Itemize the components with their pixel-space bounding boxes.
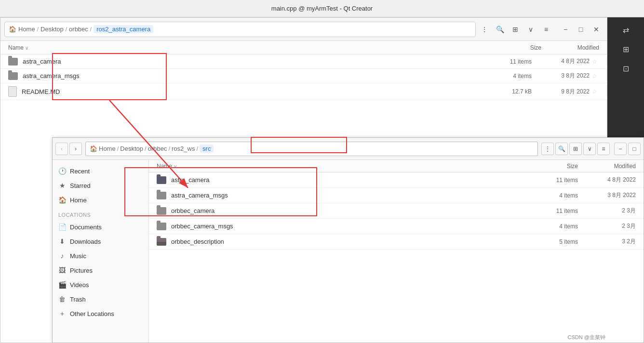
file-name: orbbec_camera xyxy=(171,207,530,214)
breadcrumb-desktop[interactable]: Desktop xyxy=(40,26,64,33)
breadcrumb-home[interactable]: Home xyxy=(18,26,35,33)
table-row[interactable]: orbbec_camera 11 items 2 3月 xyxy=(149,203,644,219)
right-panel-btn-1[interactable]: ⇄ xyxy=(617,21,634,39)
sidebar-item-videos[interactable]: 🎬 Videos xyxy=(53,277,148,292)
maximize-button-back[interactable]: □ xyxy=(574,23,588,36)
file-name: astra_camera_msgs xyxy=(23,72,483,79)
front-col-size-header[interactable]: Size xyxy=(530,163,578,170)
minimize-button-back[interactable]: − xyxy=(559,23,572,36)
breadcrumb-orbbec[interactable]: orbbec xyxy=(69,26,88,33)
recent-icon: 🕐 xyxy=(58,167,66,175)
front-body: 🕐 Recent ★ Starred 🏠 Home Locations 📄 Do… xyxy=(53,160,644,343)
videos-icon: 🎬 xyxy=(58,281,66,289)
sidebar-label-home: Home xyxy=(70,197,87,204)
front-columns-header: Name ∨ Size Modified xyxy=(149,160,644,172)
grid-view-button[interactable]: ⊞ xyxy=(509,23,522,36)
folder-icon xyxy=(8,58,18,66)
front-sep3: / xyxy=(168,145,170,152)
file-name: astra_camera xyxy=(171,176,530,184)
breadcrumb-home-icon: 🏠 xyxy=(9,26,16,33)
file-name: astra_camera xyxy=(23,58,483,65)
front-breadcrumb-desktop[interactable]: Desktop xyxy=(120,145,143,152)
table-row[interactable]: astra_camera_msgs 4 items 3 8月 2022 xyxy=(149,188,644,203)
file-size: 4 items xyxy=(530,192,578,199)
readme-icon xyxy=(8,86,17,97)
file-name: astra_camera_msgs xyxy=(171,192,530,199)
front-sep1: / xyxy=(117,145,119,152)
table-row[interactable]: README.MD 12.7 kB 9 8月 2022 ☆ xyxy=(0,83,607,100)
breadcrumb-active[interactable]: ros2_astra_camera xyxy=(94,25,153,33)
front-view-toggle[interactable]: ∨ xyxy=(583,143,596,155)
sidebar-item-downloads[interactable]: ⬇ Downloads xyxy=(53,234,148,249)
table-row[interactable]: orbbec_camera_msgs 4 items 2 3月 xyxy=(149,219,644,234)
breadcrumb-sep2: / xyxy=(66,26,67,33)
window-title: main.cpp @ myArmTest - Qt Creator xyxy=(271,5,373,12)
col-modified-header[interactable]: Modified xyxy=(541,44,599,51)
front-sep2: / xyxy=(145,145,147,152)
sidebar-item-documents[interactable]: 📄 Documents xyxy=(53,220,148,234)
sidebar-item-trash[interactable]: 🗑 Trash xyxy=(53,292,148,306)
table-row[interactable]: orbbec_description 5 items 3 2月 xyxy=(149,234,644,250)
front-main-content: Name ∨ Size Modified astra_camera 11 ite… xyxy=(149,160,644,343)
right-panel-btn-2[interactable]: ⊞ xyxy=(617,40,634,58)
star-icon[interactable]: ☆ xyxy=(590,88,599,95)
options-button[interactable]: ≡ xyxy=(539,23,553,36)
search-button-back[interactable]: 🔍 xyxy=(493,23,507,36)
front-sort-arrow-icon: ∨ xyxy=(174,164,177,169)
file-modified: 2 3月 xyxy=(578,222,636,230)
front-breadcrumb-orbbec[interactable]: orbbec xyxy=(148,145,167,152)
front-breadcrumb-bar[interactable]: 🏠 Home / Desktop / orbbec / ros2_ws / sr… xyxy=(85,142,538,156)
table-row[interactable]: astra_camera 11 items 4 8月 2022 ☆ xyxy=(0,54,607,69)
sidebar-item-starred[interactable]: ★ Starred xyxy=(53,178,148,193)
documents-icon: 📄 xyxy=(58,223,66,231)
starred-icon: ★ xyxy=(58,182,66,189)
sidebar-label-downloads: Downloads xyxy=(70,238,101,245)
maximize-button-front[interactable]: □ xyxy=(628,143,641,155)
front-breadcrumb-active[interactable]: src xyxy=(200,145,214,153)
minimize-button-front[interactable]: − xyxy=(614,143,627,155)
front-col-name-header[interactable]: Name ∨ xyxy=(157,163,530,170)
table-row[interactable]: astra_camera 11 items 4 8月 2022 xyxy=(149,172,644,188)
file-modified: 2 3月 xyxy=(578,207,636,215)
back-button[interactable]: ‹ xyxy=(55,143,68,155)
front-grid-button[interactable]: ⊞ xyxy=(569,143,582,155)
sidebar-label-trash: Trash xyxy=(70,296,86,303)
file-size: 11 items xyxy=(530,208,578,214)
file-name: orbbec_description xyxy=(171,238,530,245)
sidebar-item-pictures[interactable]: 🖼 Pictures xyxy=(53,263,148,277)
col-size-header[interactable]: Size xyxy=(493,44,541,51)
sidebar-item-other-locations[interactable]: + Other Locations xyxy=(53,306,148,321)
front-menu-button[interactable]: ⋮ xyxy=(541,143,554,155)
sidebar-item-recent[interactable]: 🕐 Recent xyxy=(53,164,148,178)
file-size: 11 items xyxy=(483,58,532,65)
star-icon[interactable]: ☆ xyxy=(590,73,599,79)
other-locations-icon: + xyxy=(58,310,66,317)
close-button-back[interactable]: ✕ xyxy=(590,23,603,36)
sidebar-item-home[interactable]: 🏠 Home xyxy=(53,193,148,207)
forward-button[interactable]: › xyxy=(69,143,82,155)
sidebar: 🕐 Recent ★ Starred 🏠 Home Locations 📄 Do… xyxy=(53,160,149,343)
front-col-modified-header[interactable]: Modified xyxy=(578,163,636,170)
file-size: 11 items xyxy=(530,177,578,184)
file-modified: 4 8月 2022 xyxy=(532,57,590,66)
front-file-list: astra_camera 11 items 4 8月 2022 astra_ca… xyxy=(149,172,644,343)
back-toolbar: 🏠 Home / Desktop / orbbec / ros2_astra_c… xyxy=(0,18,607,41)
front-search-button[interactable]: 🔍 xyxy=(555,143,568,155)
view-toggle-button[interactable]: ∨ xyxy=(524,23,537,36)
col-name-header[interactable]: Name ∨ xyxy=(8,44,493,51)
front-options-button[interactable]: ≡ xyxy=(597,143,610,155)
title-bar: main.cpp @ myArmTest - Qt Creator xyxy=(0,0,644,17)
back-breadcrumb-bar[interactable]: 🏠 Home / Desktop / orbbec / ros2_astra_c… xyxy=(4,22,476,37)
table-row[interactable]: astra_camera_msgs 4 items 3 8月 2022 ☆ xyxy=(0,69,607,83)
front-breadcrumb-ros2ws[interactable]: ros2_ws xyxy=(172,145,195,152)
star-icon[interactable]: ☆ xyxy=(590,58,599,65)
sidebar-label-music: Music xyxy=(70,252,86,260)
menu-button[interactable]: ⋮ xyxy=(478,23,491,36)
file-size: 5 items xyxy=(530,238,578,245)
folder-dark-icon xyxy=(157,176,166,184)
right-panel-btn-3[interactable]: ⊡ xyxy=(617,60,634,77)
file-modified: 3 2月 xyxy=(578,237,636,246)
front-breadcrumb-home[interactable]: Home xyxy=(99,145,116,152)
folder-icon xyxy=(157,207,166,215)
sidebar-item-music[interactable]: ♪ Music xyxy=(53,249,148,263)
